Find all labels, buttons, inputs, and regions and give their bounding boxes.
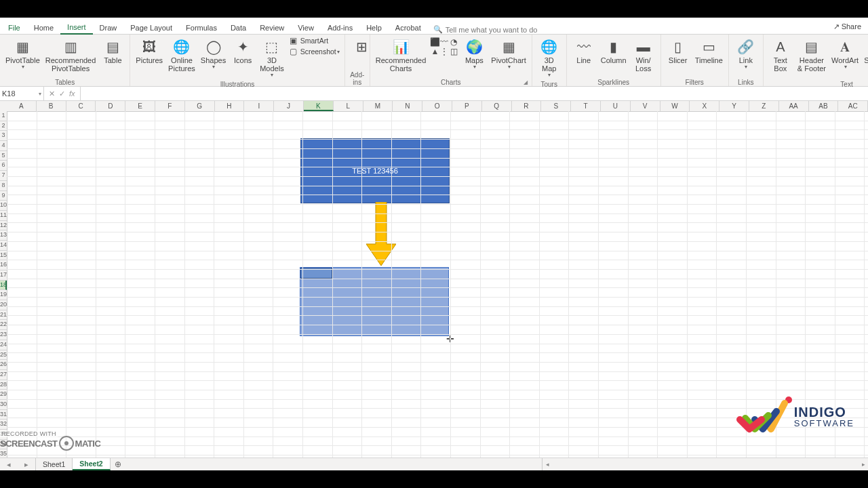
icons-button[interactable]: ✦Icons xyxy=(229,36,257,66)
col-header-T[interactable]: T xyxy=(571,101,601,111)
col-header-I[interactable]: I xyxy=(244,101,274,111)
row-header-25[interactable]: 25 xyxy=(0,350,7,361)
col-header-M[interactable]: M xyxy=(363,101,393,111)
row-header-30[interactable]: 30 xyxy=(0,400,7,410)
col-header-L[interactable]: L xyxy=(334,101,363,111)
sheet-tab-2[interactable]: Sheet2 xyxy=(73,458,110,470)
column-headers[interactable]: ABCDEFGHIJKLMNOPQRSTUVWXYZAAABAC xyxy=(7,101,868,112)
row-header-10[interactable]: 10 xyxy=(0,201,7,211)
col-header-Q[interactable]: Q xyxy=(482,101,512,111)
row-header-9[interactable]: 9 xyxy=(0,191,7,201)
row-header-35[interactable]: 35 xyxy=(0,449,7,458)
row-header-7[interactable]: 7 xyxy=(0,171,7,181)
recommended-pivot-button[interactable]: ▥Recommended PivotTables xyxy=(43,36,99,74)
sparkline-winloss-button[interactable]: ▬Win/ Loss xyxy=(629,36,658,74)
pictures-button[interactable]: 🖼Pictures xyxy=(133,36,165,66)
col-header-K[interactable]: K xyxy=(304,101,334,111)
sparkline-column-button[interactable]: ▮Column xyxy=(598,36,629,66)
row-header-1[interactable]: 1 xyxy=(0,111,7,121)
row-header-5[interactable]: 5 xyxy=(0,151,7,161)
sheet-nav-arrows[interactable]: ◂▸ xyxy=(0,458,36,470)
online-pictures-button[interactable]: 🌐Online Pictures xyxy=(165,36,198,74)
row-header-32[interactable]: 32 xyxy=(0,420,7,430)
maps-button[interactable]: 🌍Maps▾ xyxy=(460,36,488,72)
col-header-G[interactable]: G xyxy=(185,101,215,111)
3d-map-button[interactable]: 🌐3D Map▾ xyxy=(535,36,564,80)
row-header-3[interactable]: 3 xyxy=(0,131,7,141)
bar-chart-icon[interactable]: ⬛ xyxy=(430,37,439,47)
row-header-31[interactable]: 31 xyxy=(0,410,7,420)
name-box[interactable]: K18▾ xyxy=(0,87,44,100)
tab-data[interactable]: Data xyxy=(224,21,253,34)
signature-button[interactable]: ✎Signature Line▾ xyxy=(861,36,868,80)
tab-view[interactable]: View xyxy=(291,21,321,34)
pivotchart-button[interactable]: ▦PivotChart▾ xyxy=(488,36,528,72)
col-header-J[interactable]: J xyxy=(274,101,304,111)
slicer-button[interactable]: ▯Slicer xyxy=(664,36,692,66)
shapes-button[interactable]: ◯Shapes▾ xyxy=(198,36,229,72)
row-header-2[interactable]: 2 xyxy=(0,121,7,131)
add-sheet-button[interactable]: ⊕ xyxy=(111,458,125,470)
col-header-W[interactable]: W xyxy=(660,101,690,111)
textbox-button[interactable]: AText Box xyxy=(766,36,795,74)
row-header-21[interactable]: 21 xyxy=(0,310,7,321)
tab-addins[interactable]: Add-ins xyxy=(321,21,359,34)
line-chart-icon[interactable]: 〰 xyxy=(439,37,449,47)
col-header-A[interactable]: A xyxy=(7,101,37,111)
row-header-8[interactable]: 8 xyxy=(0,181,7,191)
scroll-right-icon[interactable]: ▸ xyxy=(859,461,868,468)
cancel-formula-icon[interactable]: ✕ xyxy=(49,89,55,98)
pie-chart-icon[interactable]: ◔ xyxy=(449,37,458,47)
link-button[interactable]: 🔗Link▾ xyxy=(732,36,760,72)
row-header-28[interactable]: 28 xyxy=(0,380,7,390)
tab-draw[interactable]: Draw xyxy=(93,21,124,34)
pivottable-button[interactable]: ▦PivotTable▾ xyxy=(3,36,43,72)
row-header-18[interactable]: 18 xyxy=(0,281,7,291)
row-header-26[interactable]: 26 xyxy=(0,360,7,370)
formula-input[interactable] xyxy=(81,87,868,100)
row-header-11[interactable]: 11 xyxy=(0,211,7,221)
col-header-C[interactable]: C xyxy=(66,101,96,111)
col-header-AC[interactable]: AC xyxy=(838,101,868,111)
table-button[interactable]: ▤Table xyxy=(98,36,127,66)
row-header-29[interactable]: 29 xyxy=(0,390,7,400)
chevron-down-icon[interactable]: ▾ xyxy=(39,91,41,97)
timeline-button[interactable]: ▭Timeline xyxy=(692,36,726,66)
row-header-23[interactable]: 23 xyxy=(0,330,7,340)
col-header-X[interactable]: X xyxy=(690,101,719,111)
row-header-19[interactable]: 19 xyxy=(0,290,7,300)
tab-home[interactable]: Home xyxy=(27,21,60,34)
area-chart-icon[interactable]: ▲ xyxy=(430,47,439,56)
3d-models-button[interactable]: ⬚3D Models▾ xyxy=(257,36,286,80)
spreadsheet-grid[interactable]: ABCDEFGHIJKLMNOPQRSTUVWXYZAAABAC 1234567… xyxy=(0,101,868,458)
tab-page-layout[interactable]: Page Layout xyxy=(123,21,179,34)
row-header-20[interactable]: 20 xyxy=(0,300,7,310)
tab-file[interactable]: File xyxy=(1,21,27,34)
row-header-27[interactable]: 27 xyxy=(0,370,7,380)
row-header-6[interactable]: 6 xyxy=(0,161,7,171)
col-header-H[interactable]: H xyxy=(215,101,245,111)
smartart-button[interactable]: ▣SmartArt xyxy=(287,36,342,47)
row-header-14[interactable]: 14 xyxy=(0,241,7,251)
col-header-V[interactable]: V xyxy=(631,101,660,111)
header-footer-button[interactable]: ▤Header & Footer xyxy=(795,36,829,74)
row-header-13[interactable]: 13 xyxy=(0,230,7,241)
col-header-E[interactable]: E xyxy=(125,101,155,111)
recommended-charts-button[interactable]: 📊Recommended Charts xyxy=(373,36,429,74)
tab-insert[interactable]: Insert xyxy=(60,20,93,35)
horizontal-scrollbar[interactable]: ◂ ▸ xyxy=(542,458,868,470)
tell-me-search[interactable]: 🔍 Tell me what you want to do xyxy=(433,25,538,34)
scroll-track[interactable] xyxy=(552,460,859,468)
shape-rectangle-2-drawing[interactable] xyxy=(300,267,449,336)
scatter-chart-icon[interactable]: ⋮ xyxy=(439,47,449,56)
col-header-O[interactable]: O xyxy=(422,101,452,111)
col-header-S[interactable]: S xyxy=(541,101,571,111)
row-header-15[interactable]: 15 xyxy=(0,251,7,261)
col-header-N[interactable]: N xyxy=(393,101,422,111)
col-header-Y[interactable]: Y xyxy=(719,101,749,111)
row-header-22[interactable]: 22 xyxy=(0,320,7,330)
row-header-12[interactable]: 12 xyxy=(0,221,7,231)
col-header-B[interactable]: B xyxy=(37,101,66,111)
col-header-U[interactable]: U xyxy=(601,101,631,111)
accept-formula-icon[interactable]: ✓ xyxy=(59,89,65,98)
